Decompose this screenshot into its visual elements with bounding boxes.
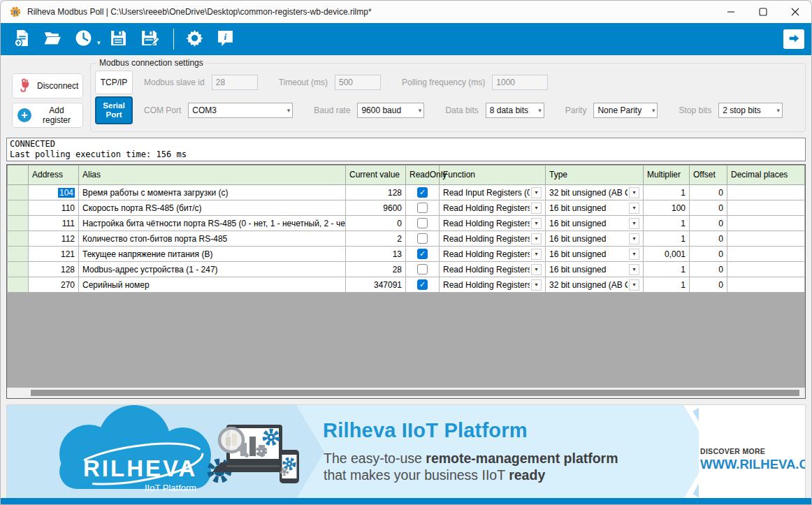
alias-cell[interactable]: Настройка бита чётности порта RS-485 (0 … xyxy=(79,216,346,231)
chevron-down-icon[interactable]: ▾ xyxy=(629,249,639,260)
readonly-checkbox[interactable]: ✓ xyxy=(417,279,428,290)
offset-cell[interactable]: 0 xyxy=(690,247,727,262)
address-cell[interactable]: 112 xyxy=(29,231,79,247)
type-cell[interactable]: 16 bit unsigned▾ xyxy=(546,216,644,231)
column-header-offset[interactable]: Offset xyxy=(690,166,727,185)
type-cell[interactable]: 16 bit unsigned▾ xyxy=(546,231,644,247)
info-button[interactable]: i xyxy=(212,26,240,52)
readonly-cell[interactable] xyxy=(406,200,440,216)
readonly-cell[interactable] xyxy=(406,262,440,277)
chevron-down-icon[interactable]: ▾ xyxy=(531,279,542,291)
function-cell[interactable]: Read Holding Registers (03)▾ xyxy=(440,216,546,231)
current-value-cell[interactable]: 347091 xyxy=(346,277,406,293)
row-selector-cell[interactable] xyxy=(8,262,29,277)
function-cell[interactable]: Read Holding Registers (03)▾ xyxy=(440,231,546,247)
save-button[interactable] xyxy=(105,26,133,52)
chevron-down-icon[interactable]: ▾ xyxy=(629,264,639,275)
chevron-down-icon[interactable]: ▾ xyxy=(629,203,639,214)
function-cell[interactable]: Read Input Registers (04)▾ xyxy=(440,185,546,200)
alias-cell[interactable]: Modbus-адрес устройства (1 - 247) xyxy=(79,262,346,277)
current-value-cell[interactable]: 13 xyxy=(346,247,406,262)
multiplier-cell[interactable]: 1 xyxy=(644,231,690,247)
decimal-places-cell[interactable] xyxy=(727,247,805,262)
current-value-cell[interactable]: 9600 xyxy=(346,200,406,216)
column-header-alias[interactable]: Alias xyxy=(79,166,346,185)
readonly-checkbox[interactable]: ✓ xyxy=(417,249,428,259)
offset-cell[interactable]: 0 xyxy=(690,231,727,247)
chevron-down-icon[interactable]: ▾ xyxy=(531,249,542,260)
polling-frequency-field[interactable] xyxy=(492,75,548,90)
type-cell[interactable]: 16 bit unsigned▾ xyxy=(546,247,644,262)
baud-rate-select[interactable]: 9600 baud ▾ xyxy=(357,103,424,118)
column-header-current-value[interactable]: Current value xyxy=(346,166,406,185)
minimize-button[interactable] xyxy=(715,1,747,23)
address-cell[interactable]: 110 xyxy=(29,200,79,216)
row-selector-cell[interactable] xyxy=(8,216,29,231)
serial-port-tab[interactable]: Serial Port xyxy=(95,96,133,124)
tcp-ip-tab[interactable]: TCP/IP xyxy=(95,71,133,94)
offset-cell[interactable]: 0 xyxy=(690,216,727,231)
chevron-down-icon[interactable]: ▾ xyxy=(531,218,542,229)
website-link[interactable]: WWW.RILHEVA.COM xyxy=(700,457,791,472)
column-header-function[interactable]: Function xyxy=(440,166,546,185)
multiplier-cell[interactable]: 1 xyxy=(644,262,690,277)
readonly-cell[interactable]: ✓ xyxy=(406,185,440,200)
com-port-select[interactable]: COM3 ▾ xyxy=(188,103,293,118)
data-bits-select[interactable]: 8 data bits ▾ xyxy=(486,103,544,118)
stop-bits-select[interactable]: 2 stop bits ▾ xyxy=(718,103,783,118)
current-value-cell[interactable]: 128 xyxy=(346,185,406,200)
readonly-checkbox[interactable] xyxy=(417,218,428,228)
type-cell[interactable]: 16 bit unsigned▾ xyxy=(546,262,644,277)
function-cell[interactable]: Read Holding Registers (03)▾ xyxy=(440,277,546,293)
row-selector-cell[interactable] xyxy=(8,247,29,262)
alias-cell[interactable]: Текущее напряжение питания (В) xyxy=(79,247,346,262)
timeout-field[interactable] xyxy=(335,75,381,90)
row-selector-cell[interactable] xyxy=(8,185,29,200)
scrollbar-thumb[interactable] xyxy=(31,390,799,396)
row-selector-cell[interactable] xyxy=(8,200,29,216)
chevron-down-icon[interactable]: ▾ xyxy=(531,187,542,198)
new-file-button[interactable] xyxy=(8,26,36,52)
function-cell[interactable]: Read Holding Registers (03)▾ xyxy=(440,200,546,216)
decimal-places-cell[interactable] xyxy=(727,231,805,247)
current-value-cell[interactable]: 28 xyxy=(346,262,406,277)
column-header-multiplier[interactable]: Multiplier xyxy=(644,166,690,185)
readonly-cell[interactable] xyxy=(406,231,440,247)
current-value-cell[interactable]: 2 xyxy=(346,231,406,247)
column-header-decimal-places[interactable]: Decimal places xyxy=(727,166,805,185)
horizontal-scrollbar[interactable] xyxy=(7,388,805,398)
address-cell[interactable]: 111 xyxy=(29,216,79,231)
chevron-down-icon[interactable]: ▾ xyxy=(629,279,639,291)
type-cell[interactable]: 32 bit unsigned (AB CD)▾ xyxy=(546,185,644,200)
offset-cell[interactable]: 0 xyxy=(690,185,727,200)
column-header-type[interactable]: Type xyxy=(546,166,644,185)
address-cell[interactable]: 121 xyxy=(29,247,79,262)
function-cell[interactable]: Read Holding Registers (03)▾ xyxy=(440,262,546,277)
decimal-places-cell[interactable] xyxy=(727,185,805,200)
settings-button[interactable] xyxy=(181,26,209,52)
readonly-cell[interactable]: ✓ xyxy=(406,247,440,262)
multiplier-cell[interactable]: 1 xyxy=(644,185,690,200)
type-cell[interactable]: 16 bit unsigned▾ xyxy=(546,200,644,216)
column-header-address[interactable]: Address xyxy=(29,166,79,185)
maximize-button[interactable] xyxy=(747,1,779,23)
alias-cell[interactable]: Скорость порта RS-485 (бит/с) xyxy=(79,200,346,216)
readonly-cell[interactable]: ✓ xyxy=(406,277,440,293)
current-value-cell[interactable]: 0 xyxy=(346,216,406,231)
multiplier-cell[interactable]: 1 xyxy=(644,277,690,293)
alias-cell[interactable]: Количество стоп-битов порта RS-485 xyxy=(79,231,346,247)
address-cell[interactable]: 128 xyxy=(29,262,79,277)
multiplier-cell[interactable]: 100 xyxy=(644,200,690,216)
open-file-button[interactable] xyxy=(38,26,66,52)
multiplier-cell[interactable]: 0,001 xyxy=(644,247,690,262)
parity-select[interactable]: None Parity ▾ xyxy=(593,103,658,118)
save-as-button[interactable] xyxy=(136,26,164,52)
address-cell[interactable]: 104 xyxy=(29,185,79,200)
recent-files-dropdown-icon[interactable]: ▾ xyxy=(97,39,101,46)
row-selector-header[interactable] xyxy=(8,166,29,185)
decimal-places-cell[interactable] xyxy=(727,200,805,216)
type-cell[interactable]: 32 bit unsigned (AB CD)▾ xyxy=(546,277,644,293)
decimal-places-cell[interactable] xyxy=(727,277,805,293)
connection-status-box[interactable]: CONNECTED Last polling execution time: 1… xyxy=(6,138,806,161)
function-cell[interactable]: Read Holding Registers (03)▾ xyxy=(440,247,546,262)
